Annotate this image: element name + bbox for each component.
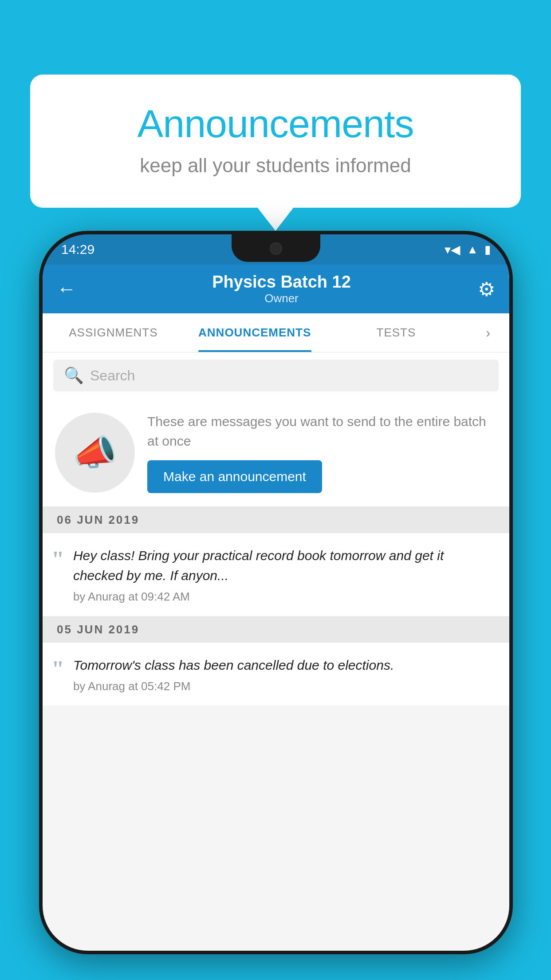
quote-icon-2: " (51, 658, 64, 681)
settings-icon[interactable]: ⚙ (478, 278, 495, 300)
date-divider-1: 06 JUN 2019 (43, 507, 509, 533)
phone-mockup: 14:29 ▾◀ ▲ ▮ ← Physics Batch 12 Owner ⚙ … (39, 231, 513, 954)
speech-bubble: Announcements keep all your students inf… (30, 75, 521, 208)
tabs-bar: ASSIGNMENTS ANNOUNCEMENTS TESTS › (43, 313, 509, 352)
make-announcement-button[interactable]: Make an announcement (147, 460, 322, 493)
phone-inner: 14:29 ▾◀ ▲ ▮ ← Physics Batch 12 Owner ⚙ … (43, 234, 509, 951)
announcement-meta-2: by Anurag at 05:42 PM (73, 680, 497, 693)
header-title: Physics Batch 12 (85, 273, 478, 292)
announcement-icon: 📣 (73, 432, 117, 474)
wifi-icon: ▾◀ (445, 242, 460, 257)
app-header: ← Physics Batch 12 Owner ⚙ (43, 265, 509, 313)
announcement-item-2: " Tomorrow's class has been cancelled du… (43, 643, 509, 706)
promo-content: These are messages you want to send to t… (147, 412, 497, 493)
announcement-text-2: Tomorrow's class has been cancelled due … (73, 655, 497, 675)
bubble-subtitle: keep all your students informed (66, 154, 485, 177)
header-subtitle: Owner (85, 292, 478, 305)
status-time: 14:29 (61, 242, 94, 257)
signal-icon: ▲ (467, 243, 478, 257)
app-content: ← Physics Batch 12 Owner ⚙ ASSIGNMENTS A… (43, 265, 509, 951)
promo-section: 📣 These are messages you want to send to… (43, 399, 509, 507)
search-icon: 🔍 (64, 366, 84, 385)
announcement-content-1: Hey class! Bring your practical record b… (73, 545, 497, 604)
announcement-text-1: Hey class! Bring your practical record b… (73, 545, 497, 585)
promo-text: These are messages you want to send to t… (147, 412, 497, 450)
announcement-item-1: " Hey class! Bring your practical record… (43, 533, 509, 616)
search-bar[interactable]: 🔍 Search (53, 360, 499, 391)
tab-announcements[interactable]: ANNOUNCEMENTS (184, 313, 326, 352)
bubble-title: Announcements (66, 101, 485, 146)
search-bar-wrap: 🔍 Search (43, 352, 509, 399)
quote-icon-1: " (51, 548, 64, 571)
back-button[interactable]: ← (57, 278, 76, 300)
announcement-content-2: Tomorrow's class has been cancelled due … (73, 655, 497, 693)
battery-icon: ▮ (484, 243, 491, 257)
date-divider-2: 05 JUN 2019 (43, 616, 509, 643)
header-title-group: Physics Batch 12 Owner (85, 273, 478, 305)
tab-more[interactable]: › (467, 313, 509, 352)
search-placeholder[interactable]: Search (90, 368, 135, 384)
tab-tests[interactable]: TESTS (326, 313, 467, 352)
promo-icon-circle: 📣 (55, 413, 135, 493)
camera (270, 242, 282, 255)
tab-assignments[interactable]: ASSIGNMENTS (43, 313, 184, 352)
status-icons: ▾◀ ▲ ▮ (445, 242, 491, 257)
announcement-meta-1: by Anurag at 09:42 AM (73, 590, 497, 604)
notch (232, 234, 320, 262)
